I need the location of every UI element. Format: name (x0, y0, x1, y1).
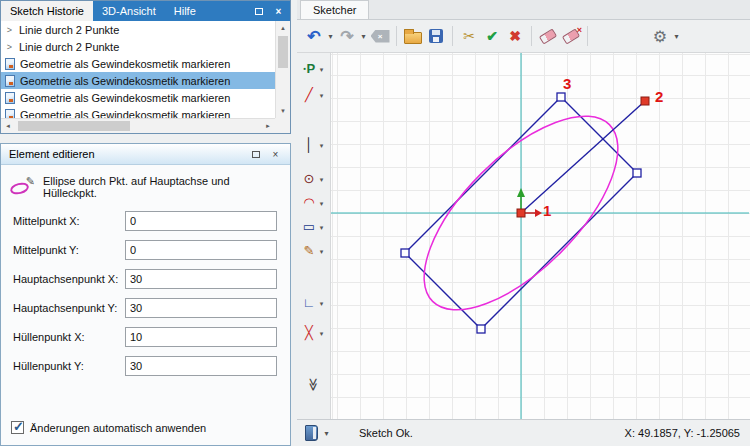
cancel-x-icon: ✖ (509, 28, 521, 44)
freehand-tool[interactable]: ✎ (298, 239, 329, 261)
panel-title: Element editieren (9, 148, 95, 160)
mittelpunkt-y-field[interactable] (125, 240, 277, 260)
scroll-down-icon[interactable]: ▼ (276, 104, 290, 118)
list-item[interactable]: Geometrie als Gewindekosmetik markieren (1, 89, 275, 106)
delete-button[interactable]: × (369, 24, 391, 48)
vertex-handle-left[interactable] (401, 249, 409, 257)
more-tools-button[interactable]: ≫ (298, 373, 329, 395)
tool-dropdown[interactable] (318, 172, 326, 184)
scroll-left-icon[interactable]: ◄ (1, 119, 15, 133)
list-item-label: Geometrie als Gewindekosmetik markieren (20, 58, 230, 70)
undo-icon: ↶ (307, 27, 320, 46)
cut-button[interactable]: ✂ (458, 24, 480, 48)
hauptachsenpunkt-y-field[interactable] (125, 298, 277, 318)
settings-dropdown[interactable] (672, 24, 681, 48)
restore-icon[interactable] (250, 4, 267, 19)
geometry-doc-icon (5, 75, 15, 87)
tool-dropdown[interactable] (318, 196, 326, 208)
pencil-icon: ✎ (302, 244, 317, 257)
huellenpunkt-y-field[interactable] (125, 356, 277, 376)
tab-sketch-historie[interactable]: Sketch Historie (1, 1, 93, 21)
auto-apply-label: Änderungen automatisch anwenden (30, 422, 206, 434)
horizontal-scrollbar[interactable]: ◄ ► (1, 118, 275, 133)
tool-dropdown[interactable] (318, 326, 326, 338)
scroll-right-icon[interactable]: ► (261, 119, 275, 133)
mittelpunkt-x-field[interactable] (125, 211, 277, 231)
vertex-handle-bottom[interactable] (477, 325, 485, 333)
list-item-label: Linie durch 2 Punkte (19, 41, 119, 53)
tool-dropdown[interactable] (318, 88, 326, 100)
vertical-scroll-thumb[interactable] (278, 36, 288, 68)
element-edit-panel: Element editieren × Ellipse durch Pkt. a… (0, 143, 291, 446)
open-folder-icon (404, 32, 422, 44)
list-item[interactable]: Geometrie als Gewindekosmetik markieren (1, 55, 275, 72)
tool-dropdown[interactable] (318, 62, 326, 74)
trim-icon: ╳ (302, 326, 317, 339)
sketch-canvas[interactable]: 1 2 3 (331, 53, 750, 419)
tab-3d-ansicht[interactable]: 3D-Ansicht (93, 1, 165, 21)
field-label: Mittelpunkt X: (13, 215, 123, 227)
tool-description-row: Ellipse durch Pkt. auf Hauptachse und Hü… (1, 165, 290, 201)
tool-dropdown[interactable] (318, 220, 326, 232)
sketcher-panel: Sketcher ↶ ↷ × ✂ ✔ ✖ × ⚙ ∙P ╱ │ ⊙ ◠ ▭ ✎ … (297, 0, 750, 446)
scroll-up-icon[interactable]: ▲ (276, 21, 290, 35)
field-row: Hauptachsenpunkt X: (13, 269, 277, 289)
rectangle-tool[interactable]: ▭ (298, 215, 329, 237)
erase-constraints-button[interactable]: × (560, 24, 582, 48)
arc-tool[interactable]: ◠ (298, 191, 329, 213)
close-icon[interactable]: × (267, 147, 284, 162)
field-row: Hüllenpunkt Y: (13, 356, 277, 376)
vertex-handle-top[interactable] (557, 93, 565, 101)
trim-tool[interactable]: ╳ (298, 321, 329, 343)
auto-apply-checkbox[interactable] (11, 421, 24, 434)
fillet-tool[interactable]: ∟ (298, 291, 329, 313)
redo-dropdown[interactable] (359, 24, 368, 48)
horizontal-scroll-thumb[interactable] (18, 121, 130, 131)
toolbar-separator (396, 26, 397, 46)
vertex-handle-right[interactable] (633, 169, 641, 177)
accept-button[interactable]: ✔ (481, 24, 503, 48)
settings-button[interactable]: ⚙ (649, 24, 671, 48)
list-item[interactable]: > Linie durch 2 Punkte (1, 21, 275, 38)
list-item-label: Geometrie als Gewindekosmetik markieren (20, 75, 230, 87)
erase-button[interactable] (537, 24, 559, 48)
hauptachsenpunkt-x-field[interactable] (125, 269, 277, 289)
undo-button[interactable]: ↶ (303, 24, 325, 48)
float-icon[interactable] (247, 147, 264, 162)
arc-icon: ◠ (302, 196, 317, 209)
undo-dropdown[interactable] (326, 24, 335, 48)
toolbar-separator (452, 26, 453, 46)
save-button[interactable] (425, 24, 447, 48)
tab-hilfe[interactable]: Hilfe (165, 1, 205, 21)
close-icon[interactable]: × (270, 4, 287, 19)
point-label-1: 1 (543, 202, 551, 219)
list-item[interactable]: Geometrie als Gewindekosmetik markieren (1, 106, 275, 118)
field-row: Mittelpunkt Y: (13, 240, 277, 260)
axis-line-tool[interactable]: │ (298, 133, 329, 155)
tool-dropdown[interactable] (318, 296, 326, 308)
sketch-drawing: 1 2 3 (331, 53, 749, 419)
field-row: Hüllenpunkt X: (13, 327, 277, 347)
tool-dropdown[interactable] (318, 138, 326, 150)
huellenpunkt-x-field[interactable] (125, 327, 277, 347)
sketch-book-dropdown[interactable] (322, 421, 331, 445)
tab-sketcher[interactable]: Sketcher (300, 0, 369, 19)
geometry-doc-icon (5, 92, 15, 104)
sketch-book-icon[interactable] (305, 425, 318, 441)
list-item[interactable]: > Linie durch 2 Punkte (1, 38, 275, 55)
fillet-icon: ∟ (302, 296, 317, 309)
circle-tool[interactable]: ⊙ (298, 167, 329, 189)
point-handle-2[interactable] (641, 97, 649, 105)
open-button[interactable] (402, 24, 424, 48)
line-tool[interactable]: ╱ (298, 83, 329, 105)
cancel-button[interactable]: ✖ (504, 24, 526, 48)
redo-button[interactable]: ↷ (336, 24, 358, 48)
point-tool[interactable]: ∙P (298, 57, 329, 79)
vertical-scrollbar[interactable]: ▲ ▼ (275, 21, 290, 118)
list-item-label: Geometrie als Gewindekosmetik markieren (20, 92, 230, 104)
point-handle-1[interactable] (517, 209, 525, 217)
ellipse-pencil-icon (9, 178, 35, 196)
list-item-selected[interactable]: Geometrie als Gewindekosmetik markieren (1, 72, 275, 89)
tool-dropdown[interactable] (318, 244, 326, 256)
drawing-toolstrip: ∙P ╱ │ ⊙ ◠ ▭ ✎ ∟ ╳ ≫ (297, 53, 331, 419)
